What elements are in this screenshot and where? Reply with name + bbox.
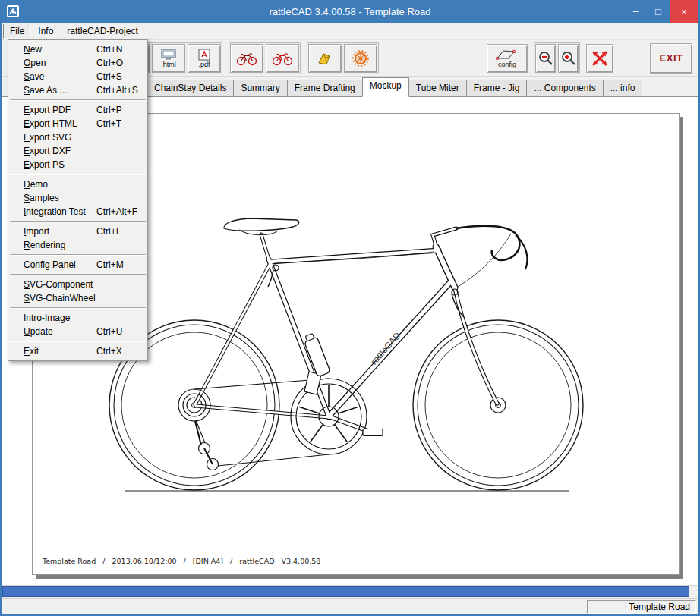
menu-item-export-pdf[interactable]: Export PDFCtrl+P <box>8 103 147 117</box>
menu-item-new[interactable]: NewCtrl+N <box>8 42 147 56</box>
export-html-button[interactable]: .html <box>152 44 185 73</box>
zoom-in-icon <box>560 50 577 67</box>
yellow-wedge-icon <box>317 51 333 66</box>
tab-frame-drafting[interactable]: Frame Drafting <box>287 80 363 96</box>
menu-item-svg-chainwheel[interactable]: SVG-ChainWheel <box>8 291 147 305</box>
horizontal-scrollbar-thumb[interactable] <box>2 586 689 597</box>
menu-item-demo[interactable]: Demo <box>8 178 147 191</box>
config-button[interactable]: config <box>487 44 528 73</box>
menu-item-exit[interactable]: ExitCtrl+X <box>8 344 147 358</box>
menu-item-save[interactable]: SaveCtrl+S <box>8 70 147 83</box>
config-frame-icon <box>494 49 520 61</box>
tab-chainstay-details[interactable]: ChainStay Details <box>147 80 234 96</box>
toolbar-group-templates <box>229 42 301 74</box>
template-road-bike-button[interactable] <box>230 44 263 73</box>
drawing-footer: Template Road / 2013.06.10/12:00 / [DIN … <box>43 557 320 565</box>
tab-summary[interactable]: Summary <box>233 80 287 96</box>
minimize-button[interactable]: − <box>624 0 647 23</box>
export-pdf-button[interactable]: .pdf <box>188 44 221 73</box>
red-cross-arrows-icon <box>590 49 610 68</box>
tab-tube-miter[interactable]: Tube Miter <box>408 80 467 96</box>
menu-item-import[interactable]: ImportCtrl+I <box>8 225 147 238</box>
menu-info[interactable]: Info <box>31 24 60 39</box>
chainwheel-gear-icon <box>352 49 370 68</box>
tab-mockup[interactable]: Mockup <box>362 77 409 97</box>
menu-item-export-ps[interactable]: Export PS <box>8 158 147 171</box>
zoom-out-button[interactable] <box>535 44 556 73</box>
html-monitor-icon <box>160 49 177 61</box>
menu-separator <box>10 221 146 222</box>
app-window: rattleCAD 3.4.00.58 - Template Road − □ … <box>0 0 700 616</box>
zoom-in-button[interactable] <box>558 44 579 73</box>
menu-item-export-svg[interactable]: Export SVG <box>8 130 147 144</box>
road-bike-icon <box>236 51 257 66</box>
menu-item-export-html[interactable]: Export HTMLCtrl+T <box>8 117 147 130</box>
menu-separator <box>10 99 146 101</box>
statusbar: Template Road <box>2 598 698 614</box>
exit-button[interactable]: EXIT <box>650 43 692 74</box>
close-button[interactable]: × <box>670 0 698 23</box>
menu-item-open[interactable]: OpenCtrl+O <box>8 56 147 70</box>
downtube-decal: rattleCAD <box>369 330 403 366</box>
toolbar-group-zoom <box>534 42 580 74</box>
chainwheel-component-button[interactable] <box>344 44 377 73</box>
menu-item-intro-image[interactable]: Intro-Image <box>8 311 147 325</box>
menu-item-integration-test[interactable]: Integration TestCtrl+Alt+F <box>8 205 147 218</box>
file-menu-dropdown: NewCtrl+N OpenCtrl+O SaveCtrl+S Save As … <box>8 39 148 361</box>
template-frame-bike-button[interactable] <box>266 44 299 73</box>
menu-separator <box>10 341 146 342</box>
toolbar-group-components <box>307 42 379 74</box>
tab-info[interactable]: ... info <box>603 80 643 96</box>
saddle-component-button[interactable] <box>308 44 342 73</box>
maximize-button[interactable]: □ <box>647 0 670 23</box>
menu-item-export-dxf[interactable]: Export DXF <box>8 144 147 158</box>
menu-item-svg-component[interactable]: SVG-Component <box>8 278 147 291</box>
status-template-name: Template Road <box>587 600 696 614</box>
frame-bike-icon <box>272 51 293 66</box>
menu-item-update[interactable]: UpdateCtrl+U <box>8 325 147 338</box>
horizontal-scrollbar[interactable] <box>2 585 698 598</box>
app-icon <box>6 5 20 18</box>
menu-item-rendering[interactable]: Rendering <box>8 238 147 252</box>
menu-item-samples[interactable]: Samples <box>8 191 147 205</box>
menu-separator <box>10 307 146 309</box>
menu-separator <box>10 274 146 275</box>
menu-item-config-panel[interactable]: Config PanelCtrl+M <box>8 258 147 272</box>
zoom-out-icon <box>538 50 554 67</box>
menu-file[interactable]: File <box>3 24 31 39</box>
menu-separator <box>10 174 146 175</box>
menu-separator <box>10 254 146 256</box>
pdf-document-icon <box>197 49 212 61</box>
tab-components[interactable]: ... Components <box>526 80 603 96</box>
menu-rattlecad-project[interactable]: rattleCAD-Project <box>60 24 144 39</box>
window-title: rattleCAD 3.4.00.58 - Template Road <box>2 6 698 17</box>
window-controls: − □ × <box>624 0 698 23</box>
tab-frame-jig[interactable]: Frame - Jig <box>466 80 528 96</box>
menu-item-save-as[interactable]: Save As ...Ctrl+Alt+S <box>8 83 147 97</box>
menubar: File Info rattleCAD-Project <box>2 23 698 40</box>
titlebar: rattleCAD 3.4.00.58 - Template Road − □ … <box>2 0 698 23</box>
zoom-reset-button[interactable] <box>586 44 613 73</box>
